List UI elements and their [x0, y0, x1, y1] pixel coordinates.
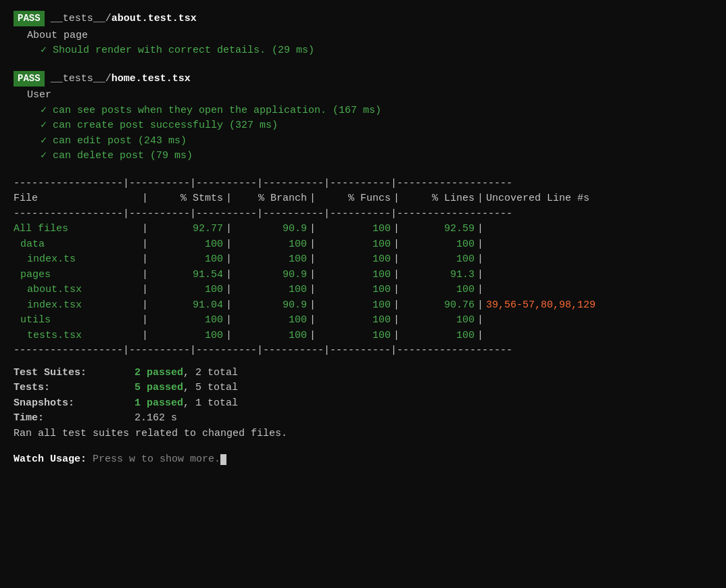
cell-lines-utils: 100 [400, 313, 477, 328]
cell-lines-data-index: 100 [400, 252, 477, 268]
cell-branch-data-index: 100 [232, 252, 310, 268]
cell-funcs-tests-tsx: 100 [316, 328, 393, 344]
table-header: File | % Stmts | % Branch | % Funcs | % … [14, 191, 712, 207]
cell-lines-pages-index: 90.76 [400, 298, 477, 314]
test-file-path-about: __tests__/about.test.tsx [51, 13, 197, 24]
coverage-table-container: ------------------|----------|----------… [14, 176, 712, 359]
cell-file-data: data [14, 237, 142, 253]
time-label: Time: [14, 411, 128, 426]
suites-total-val: 2 total [195, 367, 238, 378]
suites-passed: 2 passed [135, 367, 183, 378]
col-header-file: File [14, 191, 142, 207]
summary-time: Time: 2.162 s [14, 411, 712, 426]
cell-stmts-utils: 100 [148, 313, 226, 328]
cell-uncovered-pages-index: 39,56-57,80,98,129 [483, 298, 596, 314]
table-row-allfiles: All files | 92.77 | 90.9 | 100 | 92.59 | [14, 222, 712, 237]
suite-name-about: About page [27, 28, 712, 44]
pass-badge-about: PASS [14, 11, 45, 26]
suites-total: , [183, 367, 195, 378]
cell-file-about-tsx: about.tsx [14, 283, 142, 298]
cell-lines-data: 100 [400, 237, 477, 253]
separator-header: ------------------|----------|----------… [14, 207, 712, 222]
table-row-about-tsx: about.tsx | 100 | 100 | 100 | 100 | [14, 283, 712, 298]
time-value: 2.162 s [135, 412, 177, 424]
cell-branch-pages: 90.9 [232, 268, 310, 283]
table-row-data-index: index.ts | 100 | 100 | 100 | 100 | [14, 252, 712, 268]
cell-stmts-pages-index: 91.04 [148, 298, 226, 314]
cell-file-allfiles: All files [14, 222, 142, 237]
test-file-path-home: __tests__/home.test.tsx [51, 73, 191, 84]
tests-label: Tests: [14, 381, 128, 396]
separator-bottom: ------------------|----------|----------… [14, 343, 712, 359]
test-file-header-home: PASS __tests__/home.test.tsx [14, 71, 712, 87]
cell-branch-pages-index: 90.9 [232, 298, 310, 314]
cell-funcs-pages: 100 [316, 268, 393, 283]
snapshots-label: Snapshots: [14, 396, 128, 412]
pass-badge-home: PASS [14, 71, 45, 87]
cell-funcs-allfiles: 100 [316, 222, 393, 237]
cell-stmts-data-index: 100 [148, 252, 226, 268]
cell-lines-allfiles: 92.59 [400, 222, 477, 237]
cell-branch-about-tsx: 100 [232, 283, 310, 298]
col-header-funcs: % Funcs [316, 191, 393, 207]
cell-uncovered-pages [483, 268, 486, 283]
test-file-header-about: PASS __tests__/about.test.tsx [14, 11, 712, 27]
table-row-data: data | 100 | 100 | 100 | 100 | [14, 237, 712, 253]
watch-usage: Watch Usage: Press w to show more. [14, 452, 712, 468]
cell-stmts-tests-tsx: 100 [148, 328, 226, 344]
cell-stmts-data: 100 [148, 237, 226, 253]
cell-file-pages: pages [14, 268, 142, 283]
cell-branch-data: 100 [232, 237, 310, 253]
test-item-home-2: ✓ can edit post (243 ms) [41, 134, 712, 149]
cell-funcs-about-tsx: 100 [316, 283, 393, 298]
summary-tests: Tests: 5 passed, 5 total [14, 381, 712, 396]
table-row-tests-tsx: tests.tsx | 100 | 100 | 100 | 100 | [14, 328, 712, 344]
test-item-about-0: ✓ Should render with correct details. (2… [41, 43, 712, 59]
tests-passed: 5 passed [135, 382, 183, 393]
col-header-uncovered: Uncovered Line #s [483, 191, 589, 207]
cell-branch-tests-tsx: 100 [232, 328, 310, 344]
watch-label: Watch Usage: [14, 454, 87, 465]
cell-lines-tests-tsx: 100 [400, 328, 477, 344]
tests-total-val: 5 total [195, 382, 238, 393]
cell-uncovered-allfiles [483, 222, 486, 237]
cell-file-tests-tsx: tests.tsx [14, 328, 142, 344]
col-header-branch: % Branch [232, 191, 310, 207]
col-header-lines: % Lines [400, 191, 477, 207]
test-item-home-3: ✓ can delete post (79 ms) [41, 149, 712, 164]
separator-top: ------------------|----------|----------… [14, 176, 712, 192]
snapshots-passed: 1 passed [135, 397, 183, 409]
cell-lines-about-tsx: 100 [400, 283, 477, 298]
test-item-home-1: ✓ can create post successfully (327 ms) [41, 118, 712, 134]
cell-file-utils: utils [14, 313, 142, 328]
test-item-home-0: ✓ can see posts when they open the appli… [41, 103, 712, 119]
cell-branch-utils: 100 [232, 313, 310, 328]
terminal-output: PASS __tests__/about.test.tsx About page… [14, 11, 712, 468]
suites-label: Test Suites: [14, 366, 128, 381]
summary-snapshots: Snapshots: 1 passed, 1 total [14, 396, 712, 412]
cell-stmts-about-tsx: 100 [148, 283, 226, 298]
summary-section: Test Suites: 2 passed, 2 total Tests: 5 … [14, 366, 712, 442]
cell-file-data-index: index.ts [14, 252, 142, 268]
ran-all-text: Ran all test suites related to changed f… [14, 426, 712, 442]
cursor-blink [220, 454, 226, 465]
cell-lines-pages: 91.3 [400, 268, 477, 283]
cell-uncovered-tests-tsx [483, 328, 486, 344]
cell-funcs-pages-index: 100 [316, 298, 393, 314]
cell-uncovered-about-tsx [483, 283, 486, 298]
test-block-about: PASS __tests__/about.test.tsx About page… [14, 11, 712, 59]
table-row-utils: utils | 100 | 100 | 100 | 100 | [14, 313, 712, 328]
cell-file-pages-index: index.tsx [14, 298, 142, 314]
cell-uncovered-data [483, 237, 486, 253]
watch-hint: Press w to show more. [93, 454, 220, 465]
cell-uncovered-data-index [483, 252, 486, 268]
col-header-stmts: % Stmts [148, 191, 226, 207]
cell-branch-allfiles: 90.9 [232, 222, 310, 237]
suite-name-home: User [27, 88, 712, 103]
summary-suites: Test Suites: 2 passed, 2 total [14, 366, 712, 381]
cell-stmts-allfiles: 92.77 [148, 222, 226, 237]
table-row-pages: pages | 91.54 | 90.9 | 100 | 91.3 | [14, 268, 712, 283]
snapshots-total-val: 1 total [195, 397, 238, 409]
cell-funcs-data-index: 100 [316, 252, 393, 268]
table-row-pages-index: index.tsx | 91.04 | 90.9 | 100 | 90.76 |… [14, 298, 712, 314]
